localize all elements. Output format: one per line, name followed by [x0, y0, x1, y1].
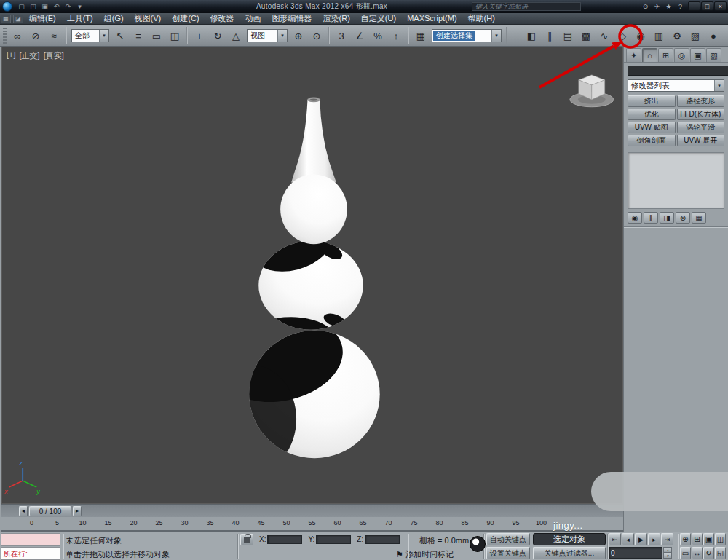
menu-create[interactable]: 创建(C) — [167, 13, 204, 25]
selection-filter-dropdown[interactable]: 全部 — [71, 29, 109, 42]
coordinate-input[interactable] — [365, 535, 400, 544]
viewport-pov-menu[interactable]: [正交] — [20, 50, 40, 61]
remove-modifier-button[interactable]: ⊗ — [676, 212, 690, 224]
mirror[interactable]: ◧ — [523, 27, 540, 44]
material-editor[interactable]: ◉ — [632, 27, 649, 44]
maxscript-mini-listener[interactable]: 所在行: — [1, 547, 60, 560]
maximize-button[interactable]: □ — [701, 1, 713, 11]
zoom-extents-all-button[interactable]: ◫ — [715, 533, 726, 545]
path-deform-button[interactable]: 路径变形 — [677, 95, 725, 107]
modifier-list-dropdown[interactable]: 修改器列表 — [628, 79, 724, 92]
menu-edit[interactable]: 编辑(E) — [24, 13, 61, 25]
make-unique-button[interactable]: ◨ — [660, 212, 674, 224]
show-end-result-button[interactable]: ‖ — [644, 212, 658, 224]
viewport-shading-menu[interactable]: [真实] — [44, 50, 64, 61]
close-button[interactable]: × — [714, 1, 727, 11]
previous-key-button[interactable]: ◂ — [19, 506, 28, 516]
edit-named-selection-sets[interactable]: ▦ — [412, 27, 430, 44]
select-and-scale[interactable]: △ — [227, 27, 245, 44]
undo-button[interactable]: ↶ — [51, 1, 62, 12]
track-bar[interactable]: 0510152025303540455055606570758085909510… — [1, 517, 623, 532]
minimize-button[interactable]: – — [688, 1, 700, 11]
unwrap-uvw-button[interactable]: UVW 展开 — [677, 135, 725, 146]
percent-snap-toggle[interactable]: % — [369, 27, 387, 44]
menu-maxscript[interactable]: MAXScript(M) — [402, 13, 462, 25]
communication-center-icon[interactable]: ✈ — [652, 1, 662, 12]
save-file-button[interactable]: ▣ — [39, 1, 50, 12]
uvw-map-button[interactable]: UVW 贴图 — [628, 122, 676, 133]
menu-graph-editors[interactable]: 图形编辑器 — [267, 13, 317, 25]
slate-material-editor[interactable]: ▥ — [650, 27, 668, 44]
toolbar-drag-handle[interactable] — [3, 28, 7, 44]
menu-help[interactable]: 帮助(H) — [463, 13, 500, 25]
coordinate-input[interactable] — [267, 535, 302, 544]
extrude-button[interactable]: 挤出 — [628, 95, 676, 107]
zoom-button[interactable]: ⊕ — [680, 533, 691, 545]
select-by-name[interactable]: ≡ — [130, 27, 147, 44]
tab-create[interactable]: ✦ — [626, 48, 641, 62]
spinner-snap-toggle[interactable]: ↕ — [387, 27, 405, 44]
play-button[interactable]: ▶ — [635, 533, 647, 545]
search-icon[interactable]: ⊙ — [640, 1, 651, 12]
angle-snap-toggle[interactable]: ∠ — [351, 27, 368, 44]
curve-editor[interactable]: ∿ — [596, 27, 613, 44]
orbit-button[interactable]: ↻ — [703, 547, 714, 559]
previous-frame-button[interactable]: ◂ — [622, 533, 634, 545]
time-slider-handle[interactable]: 0 / 100 — [29, 506, 71, 516]
add-time-tag[interactable]: ⚑ 添加时间标记 — [396, 549, 454, 560]
reference-coordinate-dropdown[interactable]: 视图 — [247, 29, 288, 42]
tab-motion[interactable]: ◎ — [674, 48, 689, 62]
time-slider[interactable]: ◂ 0 / 100 ▸ — [1, 504, 623, 517]
unlink-selection[interactable]: ⊘ — [27, 27, 44, 44]
selection-lock-toggle[interactable] — [240, 534, 253, 545]
maxscript-mini-listener-macro[interactable] — [1, 533, 60, 546]
gourd-vase-model[interactable] — [209, 98, 379, 473]
project-folder-menu[interactable]: ▾ — [74, 1, 85, 12]
tab-hierarchy[interactable]: ⊞ — [658, 48, 673, 62]
auto-key-button[interactable]: 自动关键点 — [486, 533, 530, 545]
align[interactable]: ∥ — [541, 27, 558, 44]
menu-group[interactable]: 组(G) — [99, 13, 129, 25]
ffd-box-button[interactable]: FFD(长方体) — [677, 109, 725, 120]
go-to-end-button[interactable]: ⇥ — [661, 533, 673, 545]
select-object[interactable]: ↖ — [111, 27, 129, 44]
layer-explorer-icon[interactable]: ◪ — [13, 15, 23, 23]
search-input[interactable] — [472, 2, 581, 11]
zoom-region-button[interactable]: ▭ — [680, 547, 691, 559]
object-name-field[interactable] — [628, 66, 728, 76]
rendered-frame-window[interactable]: ▨ — [687, 27, 704, 44]
pan-button[interactable]: ↔ — [692, 547, 703, 559]
go-to-start-button[interactable]: ⇤ — [609, 533, 621, 545]
snaps-toggle-3d[interactable]: 3 — [333, 27, 350, 44]
render-production[interactable]: ● — [705, 27, 722, 44]
graphite-modeling-tools[interactable]: ▩ — [577, 27, 595, 44]
orthographic-viewport[interactable]: [+][正交][真实] — [1, 47, 623, 504]
select-and-rotate[interactable]: ↻ — [209, 27, 226, 44]
frame-spinner[interactable] — [663, 547, 672, 559]
modifier-stack-list[interactable] — [628, 152, 724, 209]
menu-modifiers[interactable]: 修改器 — [205, 13, 240, 25]
zoom-all-button[interactable]: ⊞ — [692, 533, 703, 545]
optimize-button[interactable]: 优化 — [628, 109, 676, 120]
select-and-manipulate[interactable]: ⊙ — [308, 27, 325, 44]
bevel-profile-button[interactable]: 倒角剖面 — [628, 135, 676, 146]
use-pivot-point-center[interactable]: ⊕ — [290, 27, 307, 44]
set-key-filter-dropdown[interactable]: 选定对象 — [533, 533, 606, 545]
menu-customize[interactable]: 自定义(U) — [356, 13, 401, 25]
maximize-viewport-toggle[interactable]: ◱ — [715, 547, 726, 559]
select-and-link[interactable]: ∞ — [9, 27, 26, 44]
viewport-general-menu[interactable]: [+] — [7, 50, 16, 61]
tab-modify[interactable]: ∩ — [642, 48, 657, 62]
pin-stack-button[interactable]: ◉ — [628, 212, 642, 224]
next-frame-button[interactable]: ▸ — [648, 533, 660, 545]
next-key-button[interactable]: ▸ — [73, 506, 82, 516]
set-key-button[interactable]: 设置关键点 — [486, 547, 530, 559]
render-setup[interactable]: ⚙ — [668, 27, 686, 44]
tab-utilities[interactable]: ▧ — [706, 48, 721, 62]
redo-button[interactable]: ↷ — [63, 1, 74, 12]
select-and-move[interactable]: + — [191, 27, 208, 44]
turbosmooth-button[interactable]: 涡轮平滑 — [677, 122, 725, 133]
menu-tools[interactable]: 工具(T) — [62, 13, 98, 25]
menu-rendering[interactable]: 渲染(R) — [318, 13, 355, 25]
current-frame-field[interactable] — [609, 547, 662, 559]
